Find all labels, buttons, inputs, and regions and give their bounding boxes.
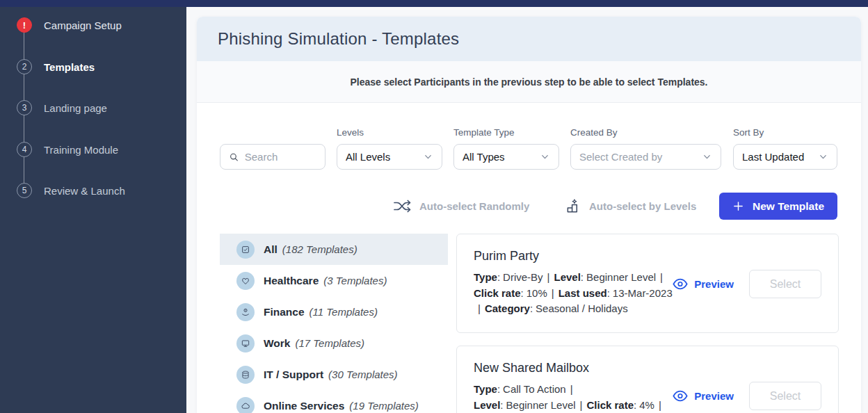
template-card-purim-party: Purim Party Type:Drive-By|Level:Beginner… bbox=[456, 234, 839, 333]
meta-label: Category bbox=[485, 302, 530, 314]
search-box bbox=[220, 144, 326, 170]
category-count: (19 Templates) bbox=[349, 400, 419, 412]
sort-by-select[interactable]: Last Updated bbox=[733, 144, 837, 170]
meta-label: Level bbox=[474, 399, 500, 411]
category-item-online-services[interactable]: Online Services (19 Templates) bbox=[220, 390, 448, 413]
category-count: (11 Templates) bbox=[310, 306, 378, 318]
separator: | bbox=[478, 302, 481, 314]
checkbox-icon bbox=[236, 241, 255, 259]
step-label-campaign-setup: Campaign Setup bbox=[44, 19, 122, 31]
levels-filter-label: Levels bbox=[337, 127, 364, 138]
preview-button[interactable]: Preview bbox=[673, 277, 734, 291]
template-title: Purim Party bbox=[474, 249, 673, 264]
category-item-it-support[interactable]: IT / Support (30 Templates) bbox=[220, 359, 448, 390]
cloud-icon bbox=[236, 397, 255, 413]
server-icon bbox=[236, 366, 255, 384]
auto-select-randomly-label: Auto-select Randomly bbox=[419, 200, 529, 212]
colon: : bbox=[521, 287, 524, 299]
auto-select-by-levels-button[interactable]: Auto-select by Levels bbox=[565, 196, 696, 216]
template-type-filter-label: Template Type bbox=[453, 127, 515, 138]
select-button[interactable]: Select bbox=[749, 382, 821, 410]
template-type-select-value: All Types bbox=[463, 151, 505, 163]
step-landing-page[interactable]: 3 Landing page bbox=[17, 99, 107, 116]
step-label-training-module: Training Module bbox=[44, 144, 118, 156]
notice-text: Please select Participants in the previo… bbox=[350, 76, 707, 88]
new-template-label: New Template bbox=[753, 200, 824, 213]
chevron-down-icon bbox=[540, 152, 550, 162]
template-type-select[interactable]: All Types bbox=[453, 144, 559, 170]
meta-label: Type bbox=[474, 271, 497, 283]
step-label-landing-page: Landing page bbox=[44, 102, 107, 114]
created-by-select[interactable]: Select Created by bbox=[570, 144, 721, 170]
step-number-icon: 5 bbox=[17, 183, 32, 198]
category-count: (17 Templates) bbox=[295, 337, 364, 349]
step-label-templates: Templates bbox=[44, 61, 95, 73]
meta-value: Beginner Level bbox=[586, 271, 656, 283]
sort-by-select-value: Last Updated bbox=[742, 151, 804, 163]
step-training-module[interactable]: 4 Training Module bbox=[17, 141, 118, 158]
category-name: Finance bbox=[264, 306, 305, 318]
category-name: Online Services bbox=[264, 400, 344, 412]
chevron-down-icon bbox=[818, 152, 828, 162]
page-title: Phishing Simulation - Templates bbox=[197, 29, 459, 49]
meta-value: Beginner Level bbox=[506, 399, 576, 411]
meta-value: 4% bbox=[639, 399, 654, 411]
meta-value: Call To Action bbox=[503, 383, 566, 395]
template-card-new-shared-mailbox: New Shared Mailbox Type:Call To Action|L… bbox=[456, 346, 839, 413]
new-template-button[interactable]: New Template bbox=[719, 193, 837, 220]
notice-banner: Please select Participants in the previo… bbox=[197, 61, 861, 103]
select-button[interactable]: Select bbox=[749, 270, 821, 298]
shuffle-icon bbox=[394, 199, 412, 213]
page-header: Phishing Simulation - Templates bbox=[197, 17, 861, 61]
category-item-all[interactable]: All (182 Templates) bbox=[220, 234, 448, 265]
monitor-icon bbox=[236, 334, 255, 353]
category-count: (182 Templates) bbox=[282, 243, 357, 255]
step-number-icon: 2 bbox=[17, 59, 32, 74]
created-by-select-value: Select Created by bbox=[579, 151, 662, 163]
category-count: (30 Templates) bbox=[328, 369, 398, 380]
preview-label: Preview bbox=[694, 390, 734, 402]
template-card-info: New Shared Mailbox Type:Call To Action|L… bbox=[474, 361, 673, 413]
category-item-finance[interactable]: Finance (11 Templates) bbox=[220, 296, 448, 327]
preview-button[interactable]: Preview bbox=[673, 389, 734, 403]
step-number-icon: 3 bbox=[17, 100, 32, 115]
separator: | bbox=[659, 399, 661, 411]
colon: : bbox=[607, 287, 610, 299]
meta-value: 13-Mar-2023 bbox=[613, 287, 673, 299]
meta-label: Click rate bbox=[587, 399, 634, 411]
separator: | bbox=[570, 383, 573, 395]
colon: : bbox=[500, 399, 503, 411]
category-list: All (182 Templates) Healthcare (3 Templa… bbox=[220, 234, 448, 413]
search-input[interactable] bbox=[245, 151, 316, 163]
main-panel: Phishing Simulation - Templates Please s… bbox=[197, 17, 861, 413]
separator: | bbox=[580, 399, 583, 411]
bar-chart-star-icon bbox=[565, 198, 581, 214]
step-templates[interactable]: 2 Templates bbox=[17, 58, 95, 75]
chevron-down-icon bbox=[423, 152, 433, 162]
top-nav-strip bbox=[0, 0, 868, 7]
template-card-info: Purim Party Type:Drive-By|Level:Beginner… bbox=[474, 249, 673, 317]
levels-select[interactable]: All Levels bbox=[337, 144, 442, 170]
step-label-review-launch: Review & Launch bbox=[44, 185, 125, 197]
colon: : bbox=[634, 399, 636, 411]
meta-value: Drive-By bbox=[503, 271, 543, 283]
step-campaign-setup[interactable]: ! Campaign Setup bbox=[17, 17, 122, 33]
meta-value: Seasonal / Holidays bbox=[536, 302, 628, 314]
eye-icon bbox=[673, 277, 688, 291]
auto-select-randomly-button[interactable]: Auto-select Randomly bbox=[394, 196, 529, 216]
step-review-launch[interactable]: 5 Review & Launch bbox=[17, 182, 125, 199]
error-exclamation-icon: ! bbox=[17, 17, 32, 33]
colon: : bbox=[581, 271, 584, 283]
category-count: (3 Templates) bbox=[323, 275, 387, 286]
template-meta: Type:Call To Action|Level:Beginner Level… bbox=[474, 382, 673, 413]
category-name: IT / Support bbox=[264, 369, 323, 381]
heart-icon bbox=[236, 272, 255, 290]
search-icon bbox=[229, 151, 239, 163]
template-card-actions: Preview Select bbox=[673, 249, 821, 319]
separator: | bbox=[547, 271, 550, 283]
category-item-healthcare[interactable]: Healthcare (3 Templates) bbox=[220, 265, 448, 296]
separator: | bbox=[552, 287, 554, 299]
category-item-work[interactable]: Work (17 Templates) bbox=[220, 327, 448, 359]
category-name: Work bbox=[264, 337, 290, 350]
eye-icon bbox=[673, 389, 688, 403]
